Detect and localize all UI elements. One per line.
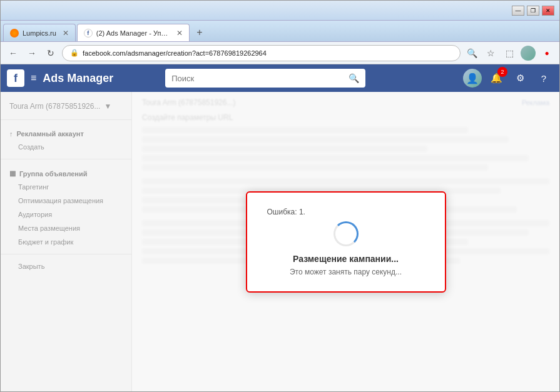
reload-button[interactable]: ↻ — [43, 46, 58, 61]
ad-group-icon: ▦ — [9, 169, 16, 178]
chrome-menu-icon[interactable]: ● — [539, 46, 554, 61]
tab-bar: Lumpics.ru ✕ f (2) Ads Manager - Управле… — [1, 21, 559, 42]
loading-spinner — [333, 221, 359, 246]
fb-title: Ads Manager — [43, 72, 113, 85]
address-bar[interactable]: 🔒 facebook.com/adsmanager/creation?act=6… — [62, 45, 461, 61]
tab-adsmanager-close[interactable]: ✕ — [176, 29, 183, 38]
fb-search-input[interactable] — [171, 74, 344, 83]
browser-window: — ❐ ✕ Lumpics.ru ✕ f (2) Ads Manager - У… — [0, 0, 560, 392]
back-button[interactable]: ← — [6, 46, 21, 61]
minimize-button[interactable]: — — [512, 6, 524, 16]
lock-icon: 🔒 — [70, 49, 79, 57]
ad-account-icon: ↑ — [9, 130, 13, 138]
sidebar-divider-1 — [1, 119, 131, 120]
sidebar-ad-account: ↑ Рекламный аккаунт — [1, 125, 131, 140]
page-content: Toura Arm (67875851926...) Реклама Созда… — [132, 92, 559, 391]
fb-search-bar: 🔍 — [165, 69, 365, 88]
sidebar-close[interactable]: Закрыть — [1, 259, 131, 273]
forward-button[interactable]: → — [24, 46, 39, 61]
close-button[interactable]: ✕ — [542, 6, 554, 16]
fb-logo: f — [7, 69, 24, 87]
sidebar-targeting[interactable]: Таргетинг — [1, 180, 131, 194]
new-tab-button[interactable]: + — [191, 24, 208, 41]
main-area: Toura Arm (67875851926... ▼ ↑ Рекламный … — [1, 92, 559, 391]
tab-lumpics[interactable]: Lumpics.ru ✕ — [3, 24, 76, 41]
sidebar-account[interactable]: Toura Arm (67875851926... ▼ — [1, 98, 131, 114]
fb-profile-avatar[interactable]: 👤 — [463, 69, 482, 88]
chrome-avatar — [521, 46, 536, 61]
sidebar-optimization[interactable]: Оптимизация размещения — [1, 194, 131, 208]
sidebar-create[interactable]: Создать — [1, 140, 131, 154]
error-label: Ошибка: 1. — [267, 208, 425, 216]
sidebar-account-label: Toura Arm (67875851926... — [9, 102, 100, 111]
title-bar: — ❐ ✕ — [1, 1, 559, 21]
fb-help-icon[interactable]: ? — [534, 69, 553, 88]
fb-favicon: f — [84, 29, 93, 38]
sidebar-divider-3 — [1, 254, 131, 254]
extensions-icon[interactable]: ⬚ — [502, 46, 517, 61]
loading-title: Размещение кампании... — [267, 254, 425, 264]
modal-overlay: Ошибка: 1. Размещение кампании... Это мо… — [132, 92, 559, 391]
fb-settings-icon[interactable]: ⚙ — [511, 69, 529, 88]
nav-icons: 🔍 ☆ ⬚ ● — [464, 46, 554, 61]
tab-lumpics-label: Lumpics.ru — [23, 29, 56, 37]
sidebar-placements[interactable]: Места размещения — [1, 221, 131, 235]
sidebar-ad-group: ▦ Группа объявлений — [1, 164, 131, 180]
fb-right-icons: 👤 🔔 2 ⚙ ? — [463, 69, 553, 88]
loading-subtitle: Это может занять пару секунд... — [267, 268, 425, 276]
address-text: facebook.com/adsmanager/creation?act=678… — [83, 49, 267, 57]
fb-toolbar: f ≡ Ads Manager 🔍 👤 🔔 2 ⚙ ? — [1, 64, 559, 92]
fb-search-icon: 🔍 — [349, 73, 359, 83]
lumpics-favicon — [10, 29, 19, 38]
loading-dialog: Ошибка: 1. Размещение кампании... Это мо… — [246, 191, 446, 293]
window-controls: — ❐ ✕ — [512, 6, 554, 16]
tab-adsmanager[interactable]: f (2) Ads Manager - Управление р ✕ — [77, 24, 190, 41]
tab-adsmanager-label: (2) Ads Manager - Управление р — [96, 29, 170, 37]
sidebar: Toura Arm (67875851926... ▼ ↑ Рекламный … — [1, 92, 132, 391]
tab-lumpics-close[interactable]: ✕ — [63, 29, 69, 38]
restore-button[interactable]: ❐ — [527, 6, 539, 16]
sidebar-audience[interactable]: Аудитория — [1, 208, 131, 221]
fb-notifications-icon[interactable]: 🔔 2 — [487, 69, 506, 88]
search-nav-icon[interactable]: 🔍 — [464, 46, 479, 61]
bookmark-icon[interactable]: ☆ — [483, 46, 498, 61]
sidebar-account-arrow: ▼ — [104, 102, 111, 111]
notification-badge: 2 — [497, 67, 507, 77]
sidebar-divider-2 — [1, 159, 131, 159]
sidebar-budget[interactable]: Бюджет и график — [1, 235, 131, 249]
nav-bar: ← → ↻ 🔒 facebook.com/adsmanager/creation… — [1, 42, 559, 64]
fb-menu-icon[interactable]: ≡ — [31, 73, 36, 84]
